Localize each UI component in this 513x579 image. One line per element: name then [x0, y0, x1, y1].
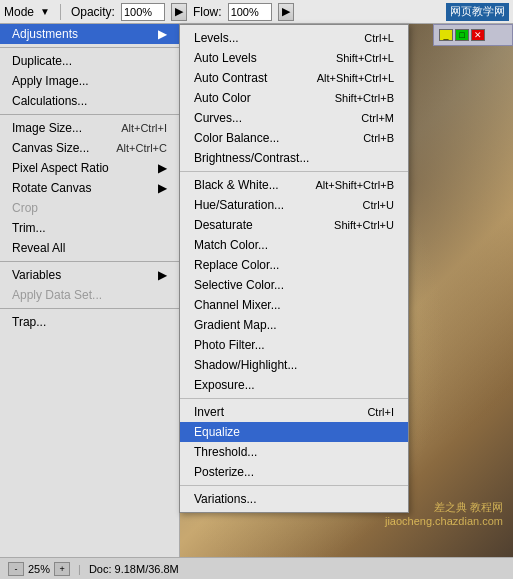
submenu-shortcut: Alt+Shift+Ctrl+L [317, 72, 394, 84]
menu-item-label: Rotate Canvas [12, 181, 91, 195]
opacity-input[interactable] [121, 3, 165, 21]
submenu-separator [180, 171, 408, 172]
submenu-arrow-icon: ▶ [158, 161, 167, 175]
submenu-item-black-white[interactable]: Black & White...Alt+Shift+Ctrl+B [180, 175, 408, 195]
submenu-shortcut: Ctrl+B [363, 132, 394, 144]
menu-item-label: Trim... [12, 221, 46, 235]
submenu-item-label: Equalize [194, 425, 240, 439]
submenu-item-gradient-map[interactable]: Gradient Map... [180, 315, 408, 335]
menu-item-label: Crop [12, 201, 38, 215]
close-btn[interactable]: ✕ [471, 29, 485, 41]
submenu-item-variations[interactable]: Variations... [180, 489, 408, 509]
opacity-label: Opacity: [71, 5, 115, 19]
submenu-item-hue-saturation[interactable]: Hue/Saturation...Ctrl+U [180, 195, 408, 215]
menu-item-canvas-size[interactable]: Canvas Size...Alt+Ctrl+C [0, 138, 179, 158]
submenu-item-label: Gradient Map... [194, 318, 277, 332]
submenu-item-match-color[interactable]: Match Color... [180, 235, 408, 255]
submenu-item-label: Photo Filter... [194, 338, 265, 352]
toolbar-arrow: ▼ [40, 6, 50, 17]
submenu-item-auto-levels[interactable]: Auto LevelsShift+Ctrl+L [180, 48, 408, 68]
submenu-shortcut: Ctrl+L [364, 32, 394, 44]
submenu-arrow-icon: ▶ [158, 268, 167, 282]
menu-item-label: Adjustments [12, 27, 78, 41]
menu-item-trap[interactable]: Trap... [0, 312, 179, 332]
menu-item-label: Canvas Size... [12, 141, 89, 155]
menu-item-reveal-all[interactable]: Reveal All [0, 238, 179, 258]
submenu-shortcut: Shift+Ctrl+U [334, 219, 394, 231]
submenu-shortcut: Shift+Ctrl+B [335, 92, 394, 104]
submenu-item-label: Match Color... [194, 238, 268, 252]
submenu-item-color-balance[interactable]: Color Balance...Ctrl+B [180, 128, 408, 148]
menu-item-label: Duplicate... [12, 54, 72, 68]
menu-item-apply-data-set: Apply Data Set... [0, 285, 179, 305]
submenu-item-label: Shadow/Highlight... [194, 358, 297, 372]
submenu-item-shadow-highlight[interactable]: Shadow/Highlight... [180, 355, 408, 375]
menu-item-duplicate[interactable]: Duplicate... [0, 51, 179, 71]
minimize-btn[interactable]: _ [439, 29, 453, 41]
flow-arrow-btn[interactable]: ▶ [278, 3, 294, 21]
menu-item-label: Apply Data Set... [12, 288, 102, 302]
submenu-item-exposure[interactable]: Exposure... [180, 375, 408, 395]
zoom-in-btn[interactable]: + [54, 562, 70, 576]
submenu-item-equalize[interactable]: Equalize [180, 422, 408, 442]
submenu-item-auto-contrast[interactable]: Auto ContrastAlt+Shift+Ctrl+L [180, 68, 408, 88]
left-menu: Adjustments▶Duplicate...Apply Image...Ca… [0, 24, 180, 557]
menu-item-variables[interactable]: Variables▶ [0, 265, 179, 285]
maximize-btn[interactable]: □ [455, 29, 469, 41]
submenu-item-replace-color[interactable]: Replace Color... [180, 255, 408, 275]
submenu-item-label: Brightness/Contrast... [194, 151, 309, 165]
zoom-out-btn[interactable]: - [8, 562, 24, 576]
submenu-item-invert[interactable]: InvertCtrl+I [180, 402, 408, 422]
menu-item-label: Trap... [12, 315, 46, 329]
submenu-item-posterize[interactable]: Posterize... [180, 462, 408, 482]
submenu-item-auto-color[interactable]: Auto ColorShift+Ctrl+B [180, 88, 408, 108]
submenu-item-label: Desaturate [194, 218, 253, 232]
submenu-item-channel-mixer[interactable]: Channel Mixer... [180, 295, 408, 315]
submenu-item-label: Replace Color... [194, 258, 279, 272]
submenu-item-label: Auto Levels [194, 51, 257, 65]
menu-separator [0, 47, 179, 48]
submenu-item-brightness-contrast[interactable]: Brightness/Contrast... [180, 148, 408, 168]
website-badge: 网页教学网 [446, 3, 509, 21]
submenu-item-label: Curves... [194, 111, 242, 125]
submenu-item-desaturate[interactable]: DesaturateShift+Ctrl+U [180, 215, 408, 235]
submenu-item-label: Variations... [194, 492, 256, 506]
submenu-item-levels[interactable]: Levels...Ctrl+L [180, 28, 408, 48]
menu-item-pixel-aspect-ratio[interactable]: Pixel Aspect Ratio▶ [0, 158, 179, 178]
submenu-item-label: Selective Color... [194, 278, 284, 292]
mode-label: Mode [4, 5, 34, 19]
submenu-item-photo-filter[interactable]: Photo Filter... [180, 335, 408, 355]
submenu-item-curves[interactable]: Curves...Ctrl+M [180, 108, 408, 128]
submenu-item-label: Threshold... [194, 445, 257, 459]
menu-item-rotate-canvas[interactable]: Rotate Canvas▶ [0, 178, 179, 198]
submenu-item-label: Exposure... [194, 378, 255, 392]
menu-item-image-size[interactable]: Image Size...Alt+Ctrl+I [0, 118, 179, 138]
submenu-item-label: Channel Mixer... [194, 298, 281, 312]
submenu-item-label: Black & White... [194, 178, 279, 192]
status-separator: | [78, 563, 81, 575]
submenu-item-threshold[interactable]: Threshold... [180, 442, 408, 462]
opacity-arrow-btn[interactable]: ▶ [171, 3, 187, 21]
main-area: Adjustments▶Duplicate...Apply Image...Ca… [0, 24, 513, 557]
menu-item-label: Reveal All [12, 241, 65, 255]
zoom-level: 25% [28, 563, 50, 575]
submenu-arrow-icon: ▶ [158, 181, 167, 195]
flow-label: Flow: [193, 5, 222, 19]
status-bar: - 25% + | Doc: 9.18M/36.8M [0, 557, 513, 579]
submenu-item-label: Invert [194, 405, 224, 419]
menu-item-crop: Crop [0, 198, 179, 218]
zoom-control: - 25% + [8, 562, 70, 576]
menu-separator [0, 114, 179, 115]
window-chrome: _ □ ✕ [433, 24, 513, 46]
menu-shortcut: Alt+Ctrl+C [116, 142, 167, 154]
adjustments-submenu: Levels...Ctrl+LAuto LevelsShift+Ctrl+LAu… [179, 24, 409, 513]
menu-item-trim[interactable]: Trim... [0, 218, 179, 238]
menu-item-label: Calculations... [12, 94, 87, 108]
menu-item-adjustments[interactable]: Adjustments▶ [0, 24, 179, 44]
menu-item-apply-image[interactable]: Apply Image... [0, 71, 179, 91]
menu-item-label: Image Size... [12, 121, 82, 135]
menu-item-label: Pixel Aspect Ratio [12, 161, 109, 175]
submenu-item-selective-color[interactable]: Selective Color... [180, 275, 408, 295]
menu-item-calculations[interactable]: Calculations... [0, 91, 179, 111]
flow-input[interactable] [228, 3, 272, 21]
